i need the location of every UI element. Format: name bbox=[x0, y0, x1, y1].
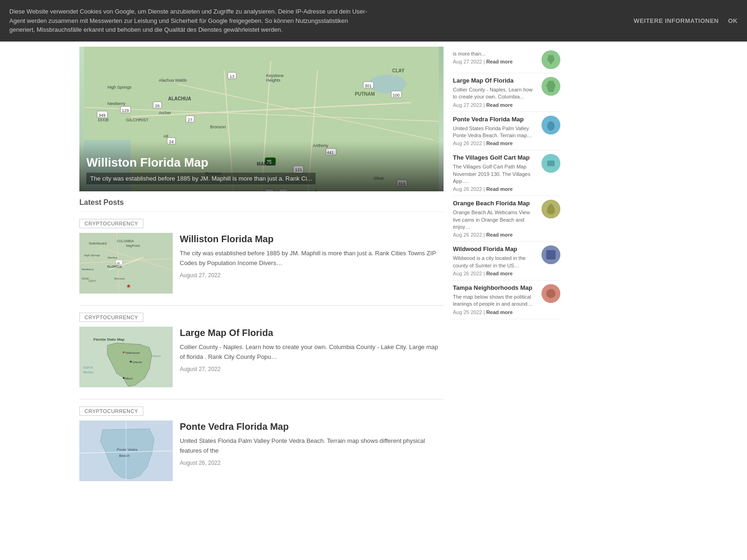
svg-text:100: 100 bbox=[393, 93, 400, 98]
sidebar-item-desc-0: Collier County - Naples. Learn how to cr… bbox=[453, 86, 538, 101]
sidebar: is more than... Aug 27 2022 | Read more … bbox=[448, 47, 560, 493]
sidebar-prev-meta: Aug 27 2022 | Read more bbox=[453, 59, 538, 64]
sidebar-item-2: The Villages Golf Cart Map The Villages … bbox=[453, 150, 560, 196]
sidebar-item-title-5[interactable]: Tampa Neighborhoods Map bbox=[453, 284, 538, 292]
post-excerpt-2: Collier County - Naples. Learn how to cr… bbox=[180, 343, 444, 362]
post-thumbnail-2[interactable]: Florida State Map Gulf of Mexico Atlanti… bbox=[79, 327, 173, 387]
post-title-1[interactable]: Williston Florida Map bbox=[180, 233, 444, 245]
svg-text:Mexico: Mexico bbox=[83, 371, 93, 374]
post-body-2: Large Map Of Florida Collier County - Na… bbox=[180, 327, 444, 372]
sidebar-item-3: Orange Beach Florida Map Orange Beach AL… bbox=[453, 196, 560, 242]
svg-text:DIXIE: DIXIE bbox=[82, 277, 89, 280]
svg-text:LEVY: LEVY bbox=[89, 280, 96, 282]
svg-text:High Springs: High Springs bbox=[84, 254, 100, 257]
sidebar-prev-desc: is more than... bbox=[453, 50, 538, 57]
hero-map-overlay: Williston Florida Map The city was estab… bbox=[79, 141, 444, 191]
post-date-3: August 26, 2022 bbox=[180, 460, 444, 466]
hero-map-title: Williston Florida Map bbox=[86, 155, 437, 170]
post-row-1: Switchboard COLUMBIA MapPoint High Sprin… bbox=[79, 233, 444, 294]
sidebar-item-title-1[interactable]: Ponte Vedra Florida Map bbox=[453, 116, 538, 124]
post-excerpt-1: The city was established before 1885 by … bbox=[180, 249, 444, 268]
sidebar-item-meta-0: Aug 27 2022 | Read more bbox=[453, 102, 538, 108]
svg-text:129: 129 bbox=[122, 108, 129, 113]
sidebar-item-desc-2: The Villages Golf Cart Path Map November… bbox=[453, 163, 538, 185]
svg-text:13: 13 bbox=[230, 74, 234, 79]
sidebar-readmore-1[interactable]: Read more bbox=[486, 140, 513, 146]
svg-text:★: ★ bbox=[126, 283, 131, 289]
post-row-3: Ponte Vedra Beach Ponte Vedra Florida Ma… bbox=[79, 420, 444, 481]
post-body-1: Williston Florida Map The city was estab… bbox=[180, 233, 444, 279]
post-item-3: CRYPTOCURRENCY Ponte Vedra Beach Ponte V… bbox=[79, 406, 444, 481]
post-row-2: Florida State Map Gulf of Mexico Atlanti… bbox=[79, 327, 444, 387]
sidebar-readmore-0[interactable]: Read more bbox=[486, 102, 513, 108]
svg-text:Heights: Heights bbox=[266, 78, 281, 83]
page-wrapper: High Springs Alachua Waldo Keystone Heig… bbox=[75, 0, 672, 493]
cookie-text: Diese Website verwendet Cookies von Goog… bbox=[9, 7, 374, 35]
svg-text:Newberry: Newberry bbox=[82, 268, 94, 271]
svg-text:DIXIE: DIXIE bbox=[98, 118, 109, 122]
hero-map-description: The city was established before 1885 by … bbox=[86, 173, 316, 184]
svg-text:Newberry: Newberry bbox=[107, 101, 126, 106]
svg-text:Ponte Vedra: Ponte Vedra bbox=[117, 448, 138, 452]
sidebar-item-title-0[interactable]: Large Map Of Florida bbox=[453, 77, 538, 85]
post-thumbnail-1[interactable]: Switchboard COLUMBIA MapPoint High Sprin… bbox=[79, 233, 173, 294]
post-category-tag-3[interactable]: CRYPTOCURRENCY bbox=[79, 406, 143, 416]
sidebar-item-prev: is more than... Aug 27 2022 | Read more bbox=[453, 47, 560, 73]
svg-point-1 bbox=[369, 75, 406, 93]
post-divider-2 bbox=[79, 399, 444, 399]
cookie-more-button[interactable]: WEITERE INFORMATIONEN bbox=[634, 17, 719, 24]
sidebar-item-meta-3: Aug 26 2022 | Read more bbox=[453, 232, 538, 238]
cookie-ok-button[interactable]: OK bbox=[728, 17, 738, 24]
main-content: High Springs Alachua Waldo Keystone Heig… bbox=[75, 47, 448, 493]
sidebar-item-title-2[interactable]: The Villages Golf Cart Map bbox=[453, 154, 538, 162]
sidebar-readmore-2[interactable]: Read more bbox=[486, 186, 513, 192]
sidebar-prev-readmore[interactable]: Read more bbox=[486, 59, 513, 64]
svg-text:Beach: Beach bbox=[119, 454, 130, 458]
sidebar-item-title-3[interactable]: Orange Beach Florida Map bbox=[453, 200, 538, 208]
sidebar-item-4: Wildwood Florida Map Wildwood is a city … bbox=[453, 242, 560, 280]
sidebar-item-5: Tampa Neighborhoods Map The map below sh… bbox=[453, 280, 560, 319]
svg-text:CLAY: CLAY bbox=[392, 68, 405, 73]
post-thumbnail-3[interactable]: Ponte Vedra Beach bbox=[79, 420, 173, 481]
cookie-banner: Diese Website verwendet Cookies von Goog… bbox=[0, 0, 747, 42]
cookie-buttons: WEITERE INFORMATIONEN OK bbox=[634, 17, 738, 24]
svg-text:26: 26 bbox=[117, 262, 120, 265]
sidebar-readmore-5[interactable]: Read more bbox=[486, 309, 513, 315]
post-excerpt-3: United States Florida Palm Valley Ponte … bbox=[180, 436, 444, 456]
svg-point-79 bbox=[130, 361, 132, 363]
svg-text:Alachua: Alachua bbox=[107, 256, 118, 259]
sidebar-item-meta-5: Aug 25 2022 | Read more bbox=[453, 309, 538, 315]
post-body-3: Ponte Vedra Florida Map United States Fl… bbox=[180, 420, 444, 466]
sidebar-thumb-5 bbox=[542, 284, 560, 303]
svg-text:FLORIDA: FLORIDA bbox=[107, 265, 122, 268]
sidebar-item-0: Large Map Of Florida Collier County - Na… bbox=[453, 73, 560, 112]
sidebar-item-meta-2: Aug 26 2022 | Read more bbox=[453, 186, 538, 192]
sidebar-readmore-4[interactable]: Read more bbox=[486, 271, 513, 276]
svg-text:349: 349 bbox=[99, 113, 106, 118]
svg-text:27: 27 bbox=[188, 118, 192, 122]
sidebar-item-title-4[interactable]: Wildwood Florida Map bbox=[453, 245, 538, 253]
post-item-2: CRYPTOCURRENCY Florida State Map Gulf of… bbox=[79, 313, 444, 387]
post-category-tag-2[interactable]: CRYPTOCURRENCY bbox=[79, 313, 143, 322]
svg-text:PUTNAM: PUTNAM bbox=[355, 91, 375, 97]
svg-text:ALACHUA: ALACHUA bbox=[168, 96, 191, 101]
post-title-3[interactable]: Ponte Vedra Florida Map bbox=[180, 420, 444, 433]
post-title-2[interactable]: Large Map Of Florida bbox=[180, 327, 444, 339]
post-divider-1 bbox=[79, 305, 444, 306]
svg-text:Keystone: Keystone bbox=[266, 73, 284, 78]
svg-text:Alachua Waldo: Alachua Waldo bbox=[159, 78, 187, 83]
svg-point-81 bbox=[123, 377, 125, 379]
sidebar-thumb-1 bbox=[542, 116, 560, 134]
sidebar-item-meta-1: Aug 26 2022 | Read more bbox=[453, 140, 538, 146]
hero-map-image: High Springs Alachua Waldo Keystone Heig… bbox=[79, 47, 444, 191]
svg-text:26: 26 bbox=[155, 104, 160, 108]
svg-text:Bronson: Bronson bbox=[114, 277, 125, 280]
svg-text:GILCHRIST: GILCHRIST bbox=[126, 118, 149, 122]
sidebar-thumb-0 bbox=[542, 77, 560, 96]
svg-text:Archer: Archer bbox=[159, 111, 171, 115]
svg-rect-93 bbox=[547, 161, 555, 166]
sidebar-readmore-3[interactable]: Read more bbox=[486, 232, 513, 238]
svg-point-98 bbox=[546, 289, 556, 298]
sidebar-item-1: Ponte Vedra Florida Map United States Fl… bbox=[453, 112, 560, 151]
post-category-tag-1[interactable]: CRYPTOCURRENCY bbox=[79, 219, 143, 228]
